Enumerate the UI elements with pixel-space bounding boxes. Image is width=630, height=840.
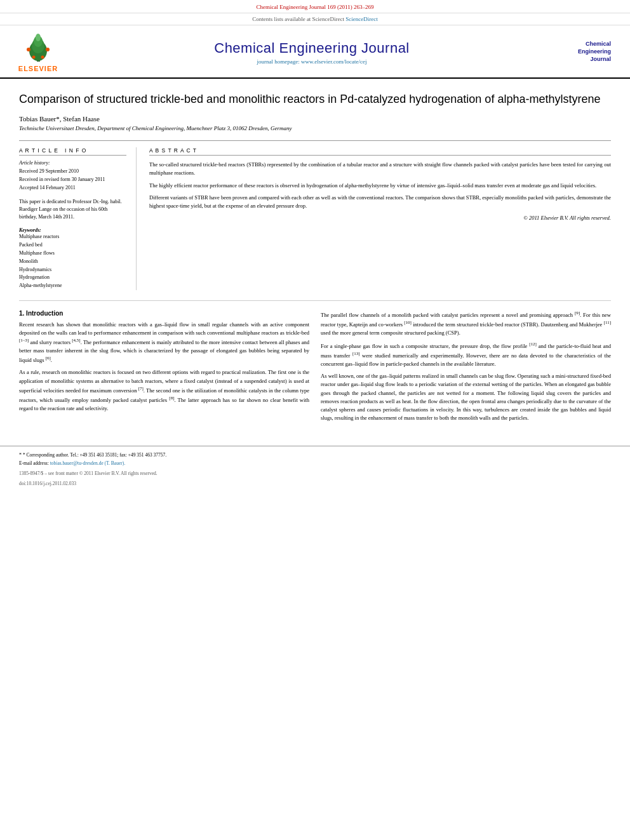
sciencedirect-link[interactable]: ScienceDirect: [345, 16, 377, 22]
keyword-item: Multiphase flows: [19, 250, 126, 258]
journal-name-right: ChemicalEngineeringJournal: [560, 41, 611, 63]
journal-title: Chemical Engineering Journal: [64, 40, 560, 57]
article-affiliation: Technische Universitaet Dresden, Departm…: [19, 125, 611, 131]
body-paragraph: As a rule, research on monolithic reacto…: [19, 368, 309, 413]
article-footer: * * Corresponding author. Tel.: +49 351 …: [0, 446, 630, 494]
abstract-text: The so-called structured trickle-bed rea…: [149, 161, 611, 222]
journal-ref-bar: Chemical Engineering Journal 169 (2011) …: [0, 0, 630, 13]
footer-issn: 1385-8947/$ – see front matter © 2011 El…: [19, 470, 611, 477]
keyword-item: Packed bed: [19, 241, 126, 250]
svg-point-8: [41, 56, 44, 59]
keyword-item: Monolith: [19, 258, 126, 266]
body-two-col: 1. Introduction Recent research has show…: [19, 310, 611, 426]
article-content: Comparison of structured trickle-bed and…: [0, 79, 630, 436]
footer-doi-text: doi:10.1016/j.cej.2011.02.033: [19, 481, 76, 486]
footer-email: E-mail address: tobias.bauer@tu-dresden.…: [19, 460, 611, 467]
body-right-text: The parallel flow channels of a monolith…: [321, 310, 611, 422]
footer-email-label: E-mail address:: [19, 460, 49, 466]
abstract-paragraph: Different variants of STBR have been pro…: [149, 194, 611, 210]
article-info-title: A R T I C L E I N F O: [19, 147, 126, 156]
journal-header: ELSEVIER Chemical Engineering Journal jo…: [0, 25, 630, 79]
contents-bar: Contents lists available at ScienceDirec…: [0, 13, 630, 25]
article-info-abstract: A R T I C L E I N F O Article history: R…: [19, 140, 611, 290]
elsevier-wordmark: ELSEVIER: [18, 65, 58, 72]
footer-issn-text: 1385-8947/$ – see front matter © 2011 El…: [19, 470, 158, 476]
article-history: Article history: Received 29 September 2…: [19, 159, 126, 192]
body-paragraph: For a single-phase gas flow in such a co…: [321, 341, 611, 368]
dedication-text: This paper is dedicated to Professor Dr.…: [19, 198, 126, 221]
footer-star-note: * * Corresponding author. Tel.: +49 351 …: [19, 451, 611, 460]
body-paragraph: As well known, one of the gas–liquid pat…: [321, 372, 611, 422]
abstract-paragraph: The so-called structured trickle-bed rea…: [149, 161, 611, 177]
body-left: 1. Introduction Recent research has show…: [19, 310, 309, 426]
article-authors: Tobias Bauer*, Stefan Haase: [19, 115, 611, 123]
accepted: Accepted 14 February 2011: [19, 184, 126, 192]
article-info-col: A R T I C L E I N F O Article history: R…: [19, 147, 137, 290]
footer-star-text: * Corresponding author. Tel.: +49 351 46…: [23, 452, 166, 458]
keyword-item: Hydrodynamics: [19, 266, 126, 274]
elsevier-logo: ELSEVIER: [13, 32, 64, 72]
keywords-list: Multiphase reactorsPacked bedMultiphase …: [19, 233, 126, 290]
keyword-item: Alpha-methylstyrene: [19, 282, 126, 290]
page-wrapper: Chemical Engineering Journal 169 (2011) …: [0, 0, 630, 840]
body-paragraph: Recent research has shown that monolithi…: [19, 321, 309, 365]
abstract-col: A B S T R A C T The so-called structured…: [149, 147, 611, 290]
journal-ref-text: Chemical Engineering Journal 169 (2011) …: [257, 4, 374, 10]
abstract-paragraph: The highly efficient reactor performance…: [149, 182, 611, 190]
history-label: Article history:: [19, 159, 126, 168]
body-left-text: Recent research has shown that monolithi…: [19, 321, 309, 413]
abstract-title: A B S T R A C T: [149, 147, 611, 156]
body-right: The parallel flow channels of a monolith…: [321, 310, 611, 426]
svg-point-5: [27, 48, 30, 51]
journal-homepage-label: journal homepage:: [257, 58, 300, 65]
abstract-paragraph: © 2011 Elsevier B.V. All rights reserved…: [149, 214, 611, 222]
received1: Received 29 September 2010: [19, 168, 126, 176]
svg-point-6: [46, 48, 50, 51]
body-paragraph: The parallel flow channels of a monolith…: [321, 310, 611, 337]
contents-text: Contents lists available at ScienceDirec…: [252, 16, 344, 22]
section-divider: [19, 300, 611, 301]
elsevier-tree-icon: [21, 32, 56, 63]
svg-point-4: [36, 34, 41, 41]
article-title: Comparison of structured trickle-bed and…: [19, 91, 611, 107]
received2: Received in revised form 30 January 2011: [19, 176, 126, 184]
authors-text: Tobias Bauer*, Stefan Haase: [19, 115, 100, 123]
star-icon: *: [19, 452, 22, 458]
keyword-item: Multiphase reactors: [19, 233, 126, 241]
footer-doi: doi:10.1016/j.cej.2011.02.033: [19, 480, 611, 488]
journal-title-block: Chemical Engineering Journal journal hom…: [64, 40, 560, 65]
journal-homepage: journal homepage: www.elsevier.com/locat…: [64, 58, 560, 65]
keywords-section: Keywords: Multiphase reactorsPacked bedM…: [19, 227, 126, 290]
keyword-item: Hydrogenation: [19, 274, 126, 282]
journal-homepage-url[interactable]: www.elsevier.com/locate/cej: [301, 58, 366, 65]
keywords-label: Keywords:: [19, 227, 126, 233]
footer-email-address: tobias.bauer@tu-dresden.de (T. Bauer).: [50, 460, 125, 466]
svg-point-7: [32, 56, 35, 59]
section1-heading: 1. Introduction: [19, 310, 309, 317]
